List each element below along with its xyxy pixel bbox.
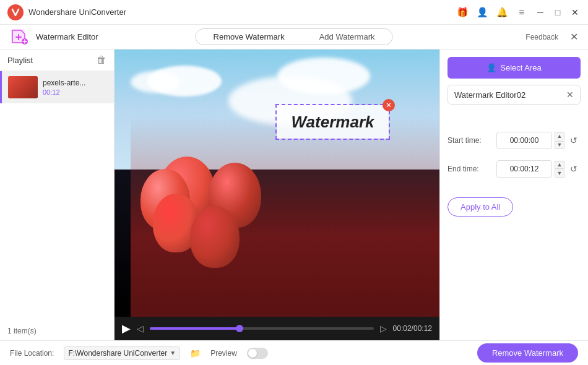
timeline-left-marker[interactable]: ◁ [137,324,144,333]
minimize-button[interactable]: ─ [535,7,546,18]
tab-add-watermark[interactable]: Add Watermark [302,29,392,45]
end-time-increment[interactable]: ▲ [555,161,564,169]
select-area-icon: 👤 [486,63,496,72]
start-time-increment[interactable]: ▲ [555,132,564,140]
add-file-icon[interactable] [10,27,28,47]
app-title: Wondershare UniConverter [28,7,456,17]
watermark-selection-box[interactable]: Watermark ✕ [275,104,390,140]
preview-label: Preview [210,349,237,358]
title-bar: Wondershare UniConverter 🎁 👤 🔔 ≡ ─ □ ✕ [0,0,588,25]
end-time-decrement[interactable]: ▼ [555,170,564,178]
folder-open-icon[interactable]: 📁 [190,348,201,358]
balloons [141,157,264,280]
sub-header-title: Watermark Editor [36,32,98,41]
timeline-progress [150,327,240,330]
sub-close-button[interactable]: ✕ [570,31,578,43]
end-time-row: End time: ▲ ▼ ↺ [447,158,581,180]
remove-watermark-button[interactable]: Remove Watermark [477,343,578,363]
playlist-item-duration: 00:12 [43,88,85,96]
spacer2 [447,186,581,191]
watermark-text: Watermark [277,105,389,139]
bottom-bar: File Location: F:\Wondershare UniConvert… [0,340,588,365]
playlist-item-name: pexels-arte... [43,79,85,87]
file-location-label: File Location: [10,349,54,358]
video-section: Watermark ✕ ▶ ◁ ▷ 00:02/00:12 [115,49,439,340]
main-area: Playlist 🗑 pexels-arte... 00:12 1 item(s… [0,49,588,340]
tab-row: Remove Watermark Add Watermark [196,28,393,45]
playlist-info: pexels-arte... 00:12 [43,79,85,96]
sidebar: Playlist 🗑 pexels-arte... 00:12 1 item(s… [0,49,115,340]
watermark-remove-btn[interactable]: ✕ [383,99,395,111]
select-area-button[interactable]: 👤 Select Area [447,57,581,79]
toggle-knob [248,349,257,358]
maximize-button[interactable]: □ [552,7,563,18]
tab-remove-watermark[interactable]: Remove Watermark [196,29,302,45]
playlist-count: 1 item(s) [0,322,114,340]
menu-icon[interactable]: ≡ [515,6,529,19]
video-background [115,49,439,317]
sidebar-header: Playlist 🗑 [0,49,114,71]
time-display: 00:02/00:12 [393,324,432,333]
start-time-row: Start time: ▲ ▼ ↺ [447,129,581,152]
close-button[interactable]: ✕ [569,7,581,18]
playlist-thumbnail [8,76,38,98]
select-area-label: Select Area [500,63,542,72]
start-time-input-group: ▲ ▼ ↺ [496,132,581,149]
start-time-spinner: ▲ ▼ [555,132,564,149]
timeline-handle[interactable] [236,325,243,332]
video-container: Watermark ✕ [115,49,439,317]
end-time-label: End time: [447,165,488,173]
end-time-input[interactable] [496,160,552,178]
watermark-tag: Watermark Editor02 ✕ [447,85,581,105]
user-icon[interactable]: 👤 [475,6,489,19]
bell-icon[interactable]: 🔔 [495,6,509,19]
file-path-value: F:\Wondershare UniConverter [68,349,167,358]
start-time-label: Start time: [447,136,488,145]
watermark-tag-close[interactable]: ✕ [566,90,574,100]
dropdown-chevron-icon: ▼ [170,350,176,356]
apply-to-all-button[interactable]: Apply to All [447,197,513,217]
title-bar-controls: 🎁 👤 🔔 ≡ ─ □ ✕ [456,6,581,19]
playlist-item[interactable]: pexels-arte... 00:12 [0,71,114,103]
play-button[interactable]: ▶ [122,322,131,335]
spacer [447,111,581,123]
preview-toggle[interactable] [247,348,268,359]
start-time-input[interactable] [496,132,552,149]
end-time-input-group: ▲ ▼ ↺ [496,160,581,178]
delete-icon[interactable]: 🗑 [97,54,106,66]
gift-icon[interactable]: 🎁 [456,6,469,19]
timeline-track[interactable] [150,327,374,330]
timeline-right-marker[interactable]: ▷ [380,324,387,333]
app-logo [7,4,24,20]
svg-point-0 [7,4,24,20]
watermark-tag-name: Watermark Editor02 [454,90,525,100]
playlist-label: Playlist [7,56,33,65]
feedback-link[interactable]: Feedback [525,33,558,41]
end-time-reset[interactable]: ↺ [567,162,581,176]
start-time-reset[interactable]: ↺ [567,134,581,147]
start-time-decrement[interactable]: ▼ [555,141,564,149]
right-panel: 👤 Select Area Watermark Editor02 ✕ Start… [439,49,588,340]
file-path-selector[interactable]: F:\Wondershare UniConverter ▼ [64,346,180,360]
end-time-spinner: ▲ ▼ [555,161,564,178]
video-controls: ▶ ◁ ▷ 00:02/00:12 [115,317,439,340]
sub-header: Watermark Editor Remove Watermark Add Wa… [0,25,588,49]
